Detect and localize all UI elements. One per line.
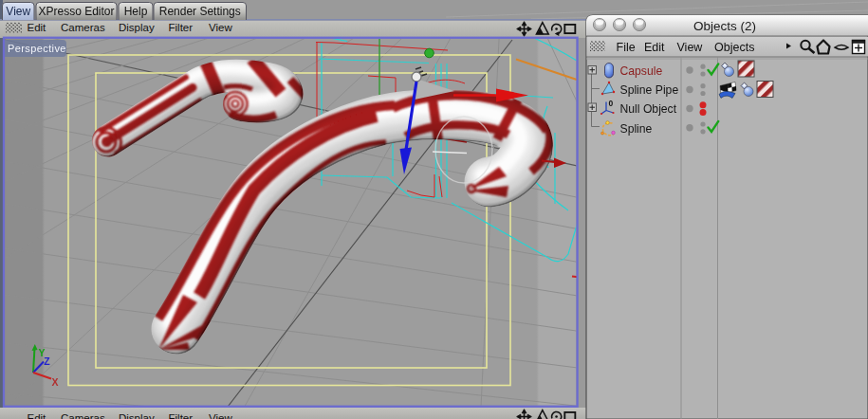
svg-text:XPresso Editor: XPresso Editor <box>38 5 114 18</box>
svg-text:Perspective: Perspective <box>8 43 66 54</box>
svg-text:View: View <box>677 41 704 54</box>
svg-text:Objects (2): Objects (2) <box>693 19 756 33</box>
svg-text:0: 0 <box>609 99 614 108</box>
svg-text:Filter: Filter <box>169 22 194 33</box>
svg-text:Edit: Edit <box>644 41 665 54</box>
svg-text:Render Settings: Render Settings <box>159 5 241 18</box>
svg-text:X: X <box>51 376 58 388</box>
svg-text:Cameras: Cameras <box>61 22 105 33</box>
svg-text:Z: Z <box>44 355 50 367</box>
svg-text:Cameras: Cameras <box>61 412 105 419</box>
svg-text:Edit: Edit <box>28 22 47 33</box>
svg-text:Capsule: Capsule <box>620 64 663 78</box>
svg-text:Display: Display <box>119 412 155 419</box>
svg-text:Edit: Edit <box>28 412 47 419</box>
svg-text:Spline: Spline <box>620 122 653 136</box>
svg-text:View: View <box>6 5 30 18</box>
svg-text:View: View <box>209 412 232 419</box>
svg-text:View: View <box>209 22 232 33</box>
svg-text:Display: Display <box>119 22 155 33</box>
svg-text:Help: Help <box>124 5 148 18</box>
svg-text:Filter: Filter <box>169 412 194 419</box>
svg-text:Null Object: Null Object <box>620 102 677 116</box>
svg-text:Spline Pipe: Spline Pipe <box>620 83 679 97</box>
svg-text:Objects: Objects <box>714 41 754 54</box>
svg-text:File: File <box>617 41 636 54</box>
